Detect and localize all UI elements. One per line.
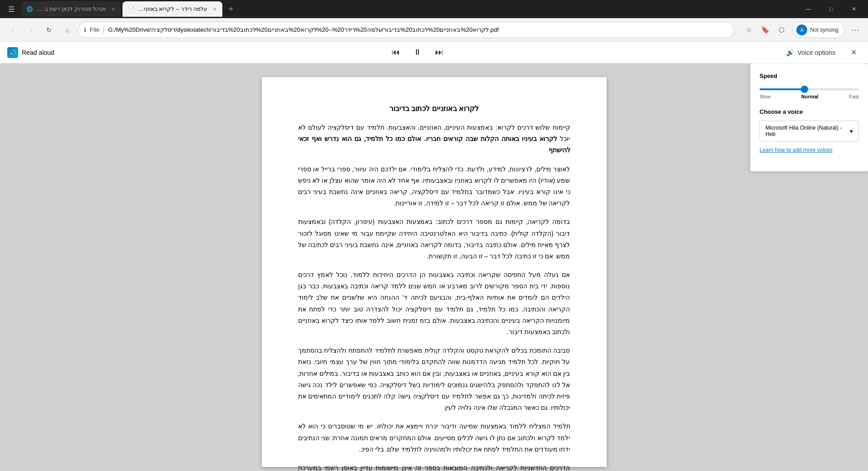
voice-panel: Speed Slow Normal Fast Choose a voice Mi…: [750, 63, 868, 171]
toolbar-icons: ☆ 🔖 ⬡: [741, 23, 789, 37]
pdf-paragraph-5: סביבה התומכת בכלים להקראת טקסט והקלדה קו…: [298, 345, 570, 413]
minimize-button[interactable]: —: [798, 0, 819, 18]
pdf-paragraph-6: תלמיד המצליח ללמוד באמצעות שמיעה ודיבור …: [298, 421, 570, 455]
main-content: לקרוא באוזניים לכתוב בדיבור קיימות שלוש …: [0, 63, 868, 471]
speed-section: Speed Slow Normal Fast: [760, 73, 859, 99]
tab-bar: ☰ 🌐 מנהל סוחרוק לכאן רשת ב: הנגב ✕ 📄 עלמ…: [0, 0, 868, 18]
voice-dropdown[interactable]: Microsoft Hila Online (Natural) - Heb ▾: [760, 121, 859, 141]
pdf-paragraph-3: בדומה לקריאה, קיימות גם מספר דרכים לכתוב…: [298, 216, 570, 262]
learn-more-link[interactable]: Learn how to add more voices: [760, 147, 859, 153]
close-button[interactable]: ✕: [843, 0, 864, 18]
address-pill[interactable]: ℹ File | G:/My%20Drive/דיסלקציה/dyslexia…: [78, 22, 734, 38]
skip-back-button[interactable]: ⏮: [388, 45, 403, 60]
profile-avatar: A: [796, 24, 807, 35]
speed-fast-label: Fast: [849, 94, 859, 99]
read-aloud-label: Read aloud: [22, 49, 54, 56]
dropdown-arrow-icon: ▾: [850, 128, 853, 135]
speaker-icon: 🔊: [786, 49, 794, 56]
pdf-icon: 📄: [128, 6, 135, 12]
voice-section: Choose a voice Microsoft Hila Online (Na…: [760, 108, 859, 153]
tab-label-2: עלמה רידר -- לקרוא באוזניים לכ...: [137, 6, 207, 12]
speed-slow-label: Slow: [760, 94, 770, 99]
speed-label: Speed: [760, 73, 859, 79]
not-syncing-text: Not syncing: [810, 27, 839, 33]
read-aloud-logo: 🔊 Read aloud: [7, 47, 54, 58]
skip-forward-button[interactable]: ⏭: [432, 45, 446, 60]
speed-track: [760, 88, 859, 90]
voice-options-button[interactable]: 🔊 Voice options: [781, 46, 841, 59]
lock-icon: ℹ: [84, 26, 86, 33]
favorites-icon[interactable]: ☆: [741, 23, 756, 37]
forward-button[interactable]: ›: [24, 23, 38, 37]
tab-close-1[interactable]: ✕: [111, 6, 115, 12]
refresh-button[interactable]: ↻: [42, 23, 56, 37]
tab-label-1: מנהל סוחרוק לכאן רשת ב: הנגב: [36, 6, 106, 12]
browser-icon: 🌐: [26, 6, 33, 12]
speed-normal-label: Normal: [801, 94, 819, 99]
tab-inactive[interactable]: 🌐 מנהל סוחרוק לכאן רשת ב: הנגב ✕: [21, 1, 121, 17]
speed-thumb[interactable]: [801, 86, 808, 93]
address-bar: ‹ › ↻ ⌂ ℹ File | G:/My%20Drive/דיסלקציה/…: [0, 18, 868, 42]
back-button[interactable]: ‹: [5, 23, 20, 37]
close-voice-panel-button[interactable]: ✕: [846, 45, 861, 60]
favorites-manager-icon[interactable]: 🔖: [758, 23, 772, 37]
voice-options-label: Voice options: [798, 49, 835, 56]
file-label: File: [90, 26, 99, 33]
tab-active[interactable]: 📄 עלמה רידר -- לקרוא באוזניים לכ... ✕: [123, 1, 222, 17]
pdf-title: לקרוא באוזניים לכתוב בדיבור: [298, 104, 570, 113]
playback-controls: ⏮ ⏸ ⏭: [388, 45, 446, 60]
more-options-button[interactable]: ⋯: [848, 23, 863, 37]
speed-slider-container: [760, 88, 859, 90]
separator: |: [103, 26, 104, 33]
choose-voice-label: Choose a voice: [760, 108, 859, 115]
pdf-paragraph-2: לאוצר מילים, לרציונות, למידע, ולדעת. כדי…: [298, 164, 570, 209]
url-display[interactable]: G:/My%20Drive/דיסלקציה/dyslexiatech/לקרו…: [108, 26, 728, 33]
home-button[interactable]: ⌂: [60, 23, 74, 37]
read-aloud-bar: 🔊 Read aloud ⏮ ⏸ ⏭ 🔊 Voice options ✕: [0, 42, 868, 63]
not-syncing-button[interactable]: A Not syncing: [792, 22, 844, 38]
speed-fill: [760, 88, 804, 90]
pdf-page: לקרוא באוזניים לכתוב בדיבור קיימות שלוש …: [262, 77, 607, 467]
new-tab-button[interactable]: +: [224, 2, 238, 16]
sidebar-toggle[interactable]: ☰: [4, 1, 19, 17]
pause-button[interactable]: ⏸: [410, 45, 425, 60]
speed-labels: Slow Normal Fast: [760, 94, 859, 99]
maximize-button[interactable]: □: [821, 0, 842, 18]
pdf-area: לקרוא באוזניים לכתוב בדיבור קיימות שלוש …: [0, 63, 868, 471]
pdf-paragraph-4: אם נעלה מעל התפיסה שקריאה וכתיבה באצבעות…: [298, 269, 570, 338]
voice-selected-text: Microsoft Hila Online (Natural) - Heb: [765, 125, 850, 137]
collections-icon[interactable]: ⬡: [774, 23, 789, 37]
pdf-paragraph-7: הדרכים החדשניות לקריאה ולכתיבה המובאות ב…: [298, 462, 570, 471]
read-aloud-icon: 🔊: [7, 47, 18, 58]
tab-close-2[interactable]: ✕: [213, 6, 217, 12]
pdf-paragraph-1: קיימות שלוש דרכים לקרוא: באמצעות העיניים…: [298, 122, 570, 156]
